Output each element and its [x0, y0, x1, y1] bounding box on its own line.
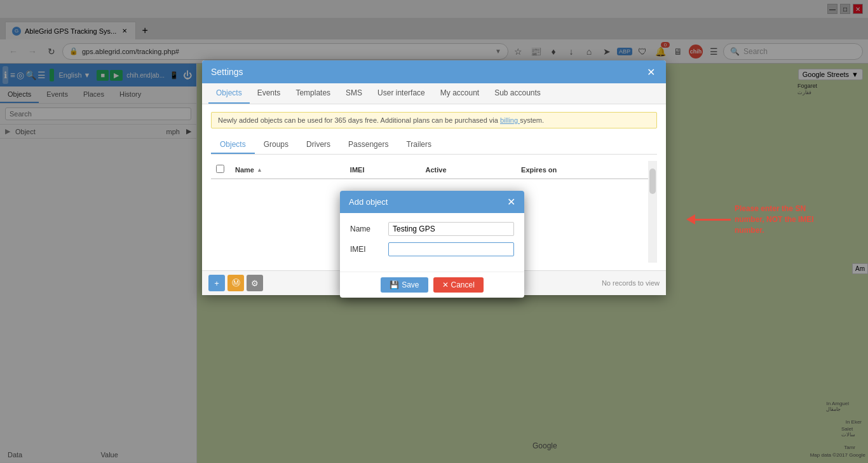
name-label: Name [350, 225, 388, 233]
th-expires: Expires on [516, 161, 657, 179]
name-input[interactable] [388, 222, 514, 236]
add-dialog-close-button[interactable]: ✕ [507, 196, 515, 208]
th-active: Active [420, 161, 516, 179]
name-col-label: Name [235, 166, 254, 174]
sub-tabs: Objects Groups Drivers Passengers Traile… [211, 136, 657, 155]
cancel-button[interactable]: ✕ Cancel [433, 277, 484, 293]
info-bar: Newly added objects can be used for 365 … [211, 112, 657, 128]
settings-nav-account[interactable]: My account [433, 83, 487, 104]
add-dialog-footer: 💾 Save ✕ Cancel [340, 272, 524, 298]
add-dialog-title: Add object [349, 197, 388, 207]
imei-label: IMEI [350, 245, 388, 254]
scrollbar-thumb [649, 169, 656, 194]
sub-tab-drivers[interactable]: Drivers [297, 136, 339, 154]
select-all-checkbox[interactable] [216, 165, 224, 173]
add-object-dialog: Add object ✕ Name IMEI 💾 Save ✕ Cancel [340, 191, 524, 298]
arrow-head-icon [686, 214, 695, 225]
settings-dialog-header: Settings ✕ [202, 60, 666, 83]
imei-input[interactable] [388, 242, 514, 256]
imei-form-row: IMEI [350, 242, 514, 256]
add-dialog-body: Name IMEI [340, 213, 524, 272]
add-dialog-header: Add object ✕ [340, 191, 524, 213]
add-object-button[interactable]: + [208, 275, 225, 291]
th-name: Name ▲ [230, 161, 345, 179]
objects-table: Name ▲ IMEI Active Expires on [211, 161, 657, 179]
info-text2: system. [520, 116, 544, 124]
settings-nav-sms[interactable]: SMS [338, 83, 370, 104]
footer-left: + Ⓜ ⚙ [208, 275, 263, 291]
annotation-text: Please enter the SN number, NOT the IMEI… [735, 204, 836, 235]
sub-tab-groups[interactable]: Groups [255, 136, 297, 154]
settings-nav-templates[interactable]: Templates [288, 83, 338, 104]
settings-nav-ui[interactable]: User interface [370, 83, 433, 104]
arrow-container [693, 219, 731, 221]
coins-icon[interactable]: Ⓜ [227, 275, 244, 291]
settings-nav-subaccounts[interactable]: Sub accounts [487, 83, 548, 104]
settings-nav-events[interactable]: Events [250, 83, 288, 104]
sort-icon: ▲ [257, 167, 262, 173]
arrow-line [693, 219, 731, 221]
scrollbar[interactable] [648, 161, 657, 263]
sub-tab-trailers[interactable]: Trailers [397, 136, 440, 154]
settings-nav-objects[interactable]: Objects [208, 83, 250, 104]
sub-tab-passengers[interactable]: Passengers [339, 136, 397, 154]
settings-gear-button[interactable]: ⚙ [247, 275, 263, 291]
settings-title: Settings [211, 67, 243, 77]
annotation: Please enter the SN number, NOT the IMEI… [693, 204, 836, 235]
save-button[interactable]: 💾 Save [381, 277, 428, 293]
name-form-row: Name [350, 222, 514, 236]
billing-link[interactable]: billing [500, 116, 520, 124]
save-icon: 💾 [390, 280, 399, 289]
save-label: Save [402, 280, 419, 289]
cancel-icon: ✕ [442, 280, 449, 289]
cancel-label: Cancel [451, 280, 475, 289]
settings-nav: Objects Events Templates SMS User interf… [202, 83, 666, 104]
no-records-label: No records to view [602, 279, 660, 287]
sub-tab-objects[interactable]: Objects [211, 136, 255, 154]
info-text: Newly added objects can be used for 365 … [218, 116, 498, 124]
th-imei: IMEI [345, 161, 421, 179]
settings-close-button[interactable]: ✕ [644, 66, 657, 78]
